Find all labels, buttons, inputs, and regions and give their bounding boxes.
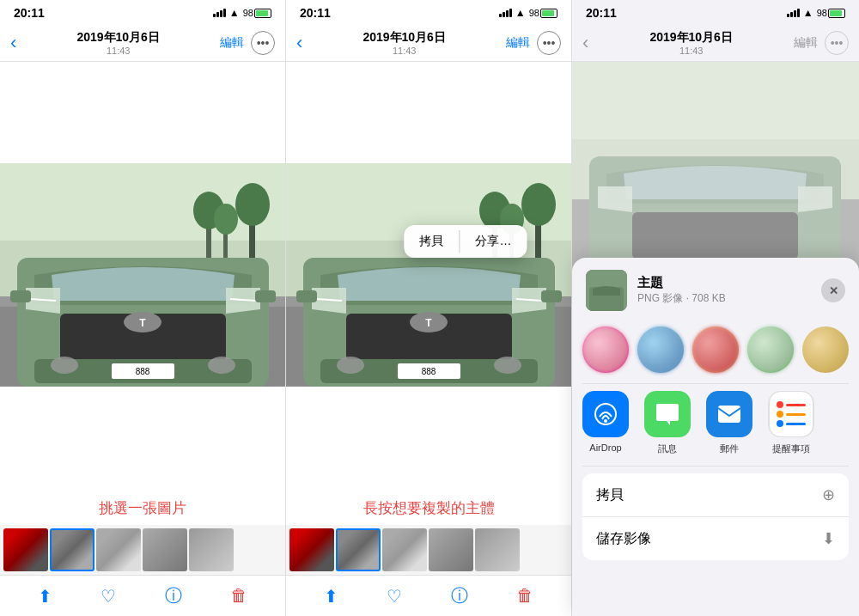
signal-bar-2 — [216, 12, 219, 17]
thumb-2-3[interactable] — [382, 528, 427, 571]
context-share[interactable]: 分享… — [460, 225, 527, 258]
svg-point-48 — [337, 357, 364, 374]
signal-icon-2 — [499, 9, 512, 17]
context-copy[interactable]: 拷貝 — [404, 225, 459, 258]
svg-point-23 — [208, 357, 235, 374]
svg-rect-56 — [632, 212, 798, 259]
share-subtitle: PNG 影像 · 708 KB — [637, 291, 811, 306]
app-mail[interactable]: 郵件 — [706, 391, 752, 455]
mail-icon — [706, 391, 752, 437]
panel-2: 20:11 ▲ 98 ‹ 2019年10月6日 11:43 編輯 — [286, 0, 572, 616]
back-button-3: ‹ — [582, 32, 588, 54]
more-button-1[interactable]: ••• — [251, 31, 275, 55]
car-svg-2: T 888 — [286, 163, 571, 387]
status-icons-3: ▲ 98 — [787, 7, 845, 19]
svg-point-7 — [235, 183, 270, 226]
share-button-2[interactable]: ⬆ — [324, 586, 338, 607]
info-button-1[interactable]: ⓘ — [165, 584, 182, 607]
svg-point-49 — [494, 357, 521, 374]
more-button-3: ••• — [825, 31, 849, 55]
copy-icon: ⊕ — [822, 485, 835, 504]
share-actions: 拷貝 ⊕ 儲存影像 ⬇ — [582, 473, 849, 560]
battery-num-3: 98 — [817, 8, 827, 18]
thumb-2[interactable] — [50, 528, 94, 571]
share-close-button[interactable]: ✕ — [821, 278, 845, 302]
svg-point-63 — [604, 419, 607, 423]
nav-time-1: 11:43 — [76, 46, 160, 56]
person-avatar-1[interactable] — [582, 326, 629, 373]
svg-point-33 — [521, 183, 556, 226]
signal-icon-3 — [787, 9, 800, 17]
heart-button-1[interactable]: ♡ — [101, 586, 116, 607]
status-bar-3: 20:11 ▲ 98 — [572, 0, 859, 24]
bottom-toolbar-1: ⬆ ♡ ⓘ 🗑 — [0, 575, 285, 616]
signal-icon — [213, 9, 226, 17]
svg-rect-50 — [296, 290, 317, 302]
signal-bar-4 — [223, 9, 226, 17]
back-button-2[interactable]: ‹ — [296, 32, 302, 54]
person-avatar-3[interactable] — [692, 326, 739, 373]
trash-button-1[interactable]: 🗑 — [230, 586, 247, 606]
wifi-icon-2: ▲ — [515, 7, 526, 19]
thumb-2-1[interactable] — [289, 528, 334, 571]
divider-2 — [582, 466, 849, 467]
panel-3: 20:11 ▲ 98 ‹ 2019年10月6日 11:43 編輯 — [572, 0, 859, 616]
svg-rect-53 — [572, 62, 859, 139]
more-button-2[interactable]: ••• — [537, 31, 561, 55]
action-copy[interactable]: 拷貝 ⊕ — [582, 473, 849, 516]
thumb-2-4[interactable] — [429, 528, 473, 571]
car-image-1: T 888 — [0, 163, 285, 387]
context-menu: 拷貝 分享… — [404, 225, 527, 258]
airdrop-icon — [582, 391, 629, 437]
battery-body — [254, 9, 271, 18]
edit-button-1[interactable]: 編輯 — [220, 35, 244, 51]
time-1: 20:11 — [14, 6, 45, 20]
action-save[interactable]: 儲存影像 ⬇ — [582, 516, 849, 560]
share-title: 主題 — [637, 275, 811, 291]
edit-button-2[interactable]: 編輯 — [506, 35, 530, 51]
edit-button-3: 編輯 — [794, 35, 818, 51]
thumb-2-2[interactable] — [336, 528, 381, 571]
thumb-3[interactable] — [96, 528, 141, 571]
svg-text:888: 888 — [422, 367, 436, 376]
thumb-2-5[interactable] — [475, 528, 520, 571]
share-button-1[interactable]: ⬆ — [38, 586, 52, 607]
svg-rect-64 — [718, 406, 740, 423]
action-save-label: 儲存影像 — [596, 530, 651, 548]
battery-indicator: 98 — [243, 8, 271, 18]
thumb-1[interactable] — [3, 528, 48, 571]
app-airdrop[interactable]: AirDrop — [582, 391, 629, 455]
thumb-5[interactable] — [189, 528, 234, 571]
trash-button-2[interactable]: 🗑 — [516, 586, 533, 606]
nav-title-2: 2019年10月6日 11:43 — [362, 30, 446, 56]
thumb-4[interactable] — [143, 528, 187, 571]
nav-bar-1: ‹ 2019年10月6日 11:43 編輯 ••• — [0, 24, 285, 62]
action-copy-label: 拷貝 — [596, 486, 624, 504]
save-icon: ⬇ — [822, 529, 835, 548]
nav-date-3: 2019年10月6日 — [649, 30, 733, 46]
back-button-1[interactable]: ‹ — [10, 32, 16, 54]
app-reminders[interactable]: 提醒事項 — [768, 391, 814, 455]
nav-time-3: 11:43 — [649, 46, 733, 56]
person-avatar-4[interactable] — [747, 326, 794, 373]
svg-rect-51 — [541, 290, 562, 302]
thumb-strip-1 — [0, 525, 285, 575]
nav-time-2: 11:43 — [362, 46, 446, 56]
heart-button-2[interactable]: ♡ — [387, 586, 402, 607]
bottom-toolbar-2: ⬆ ♡ ⓘ 🗑 — [286, 575, 571, 616]
battery-2: 98 — [529, 8, 557, 18]
share-thumbnail — [586, 270, 627, 311]
svg-text:T: T — [139, 317, 146, 329]
nav-date-1: 2019年10月6日 — [76, 30, 160, 46]
person-avatar-2[interactable] — [637, 326, 684, 373]
svg-rect-25 — [255, 290, 276, 302]
share-sheet: 主題 PNG 影像 · 708 KB ✕ — [572, 258, 859, 616]
app-messages[interactable]: 訊息 — [644, 391, 691, 455]
wifi-icon-3: ▲ — [803, 7, 813, 19]
person-avatar-5[interactable] — [802, 326, 849, 373]
nav-title-1: 2019年10月6日 11:43 — [76, 30, 160, 56]
info-button-2[interactable]: ⓘ — [451, 584, 468, 607]
reminders-label: 提醒事項 — [772, 442, 810, 455]
mail-label: 郵件 — [720, 442, 739, 455]
app-icons-row: AirDrop 訊息 郵件 — [572, 384, 859, 462]
